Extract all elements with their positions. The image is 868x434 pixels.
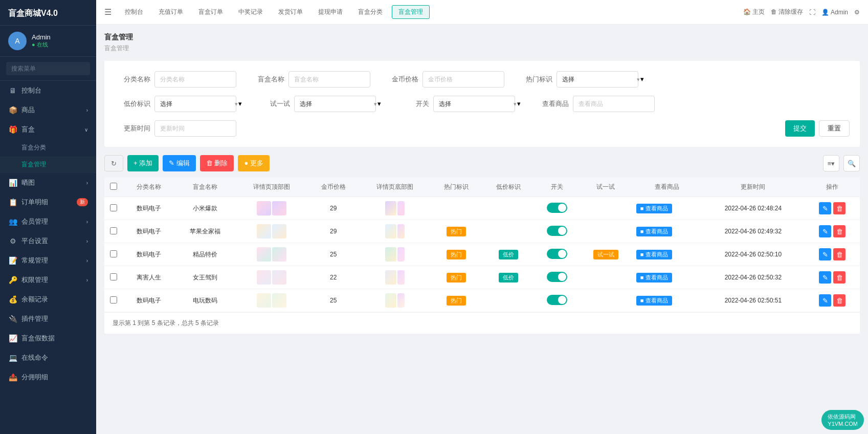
view-goods-button[interactable]: ■ 查看商品 — [636, 296, 672, 306]
arrow-icon: › — [86, 219, 88, 225]
table-row: 数码电子 小米爆款 29 ■ 查看商品 2022-04-26 02:48:24 — [104, 197, 860, 220]
box-name-input[interactable] — [288, 71, 370, 88]
filter-label: 查看商品 — [533, 99, 569, 108]
filter-label: 试一试 — [254, 99, 290, 108]
add-button[interactable]: + 添加 — [127, 155, 159, 171]
refresh-button[interactable]: ↻ — [104, 155, 123, 171]
sidebar-item-dashboard[interactable]: 🖥 控制台 — [0, 81, 96, 100]
row-delete-button[interactable]: 🗑 — [833, 225, 845, 237]
delete-button[interactable]: 🗑 删除 — [200, 155, 234, 171]
sidebar-item-sales[interactable]: 📊 晒图 › — [0, 173, 96, 192]
row-checkbox[interactable] — [110, 204, 117, 211]
sidebar: 盲盒商城V4.0 A Admin ● 在线 🖥 控制台 📦 商品 › 🎁 盲盒 … — [0, 0, 96, 434]
cell-top-img — [236, 243, 307, 266]
arrow-icon: › — [86, 180, 88, 186]
tab-recharge[interactable]: 充值订单 — [152, 6, 189, 18]
clear-cache-button[interactable]: 🗑 清除缓存 — [771, 8, 803, 16]
tab-dashboard[interactable]: 控制台 — [119, 6, 149, 18]
sidebar-item-share[interactable]: 📤 分佣明细 — [0, 367, 96, 387]
row-edit-button[interactable]: ✎ — [819, 225, 831, 237]
switch-toggle[interactable] — [547, 272, 567, 282]
tab-box-manage[interactable]: 盲盒管理 — [392, 5, 430, 19]
row-delete-button[interactable]: 🗑 — [833, 202, 845, 214]
tab-box-category[interactable]: 盲盒分类 — [352, 6, 389, 18]
cell-category: 数码电子 — [123, 197, 174, 220]
switch-toggle[interactable] — [547, 203, 567, 213]
sidebar-item-blind-box-category[interactable]: 盲盒分类 — [0, 139, 96, 156]
sidebar-item-platform[interactable]: ⚙ 平台设置 › — [0, 231, 96, 251]
select-all-checkbox[interactable] — [110, 183, 117, 190]
filter-label: 低价标识 — [115, 99, 150, 108]
search-input[interactable] — [6, 62, 90, 75]
view-goods-button[interactable]: ■ 查看商品 — [636, 204, 672, 213]
row-edit-button[interactable]: ✎ — [819, 294, 831, 307]
row-checkbox[interactable] — [110, 296, 117, 303]
sidebar-item-members[interactable]: 👥 会员管理 › — [0, 212, 96, 231]
sidebar-item-online-cmd[interactable]: 💻 在线命令 — [0, 348, 96, 367]
sidebar-item-blind-box[interactable]: 🎁 盲盒 ∨ — [0, 120, 96, 139]
sidebar-item-label: 商品 — [21, 105, 86, 115]
view-goods-button[interactable]: ■ 查看商品 — [636, 227, 672, 236]
sidebar-item-routine[interactable]: 📝 常规管理 › — [0, 251, 96, 270]
cell-switch — [534, 289, 580, 312]
sidebar-item-permissions[interactable]: 🔑 权限管理 › — [0, 270, 96, 290]
edit-button[interactable]: ✎ 编辑 — [163, 155, 196, 171]
view-goods-button[interactable]: ■ 查看商品 — [636, 250, 672, 259]
low-tag-select[interactable]: 选择 是 否 — [154, 96, 236, 112]
sidebar-item-blind-box-manage[interactable]: 盲盒管理 — [0, 156, 96, 173]
cell-bottom-img — [359, 220, 430, 243]
hot-tag-select[interactable]: 选择 是 否 — [557, 71, 638, 88]
sidebar-item-orders[interactable]: 📋 订单明细 新 — [0, 192, 96, 212]
cell-name: 苹果全家福 — [174, 220, 236, 243]
admin-profile-button[interactable]: 👤 Admin — [821, 9, 848, 16]
gold-price-input[interactable] — [422, 71, 504, 88]
menu-toggle-button[interactable]: ☰ — [104, 7, 112, 17]
sidebar-item-label: 盲盒分类 — [21, 143, 46, 152]
update-time-input[interactable] — [154, 120, 236, 137]
switch-toggle[interactable] — [547, 226, 567, 236]
row-checkbox[interactable] — [110, 250, 117, 257]
tab-withdraw[interactable]: 提现申请 — [312, 6, 349, 18]
more-button[interactable]: ● 更多 — [238, 155, 269, 171]
cell-price: 22 — [307, 266, 359, 289]
filter-label: 金币价格 — [383, 75, 418, 84]
thumb-img — [385, 201, 396, 215]
row-edit-button[interactable]: ✎ — [819, 202, 831, 214]
switch-toggle[interactable] — [547, 295, 567, 305]
row-edit-button[interactable]: ✎ — [819, 248, 831, 261]
filter-card: 分类名称 盲盒名称 金币价格 热门标识 选择 是 — [104, 61, 860, 147]
arrow-icon: › — [86, 277, 88, 283]
orders-icon: 📋 — [8, 198, 17, 206]
row-edit-button[interactable]: ✎ — [819, 271, 831, 284]
thumb-img — [272, 247, 286, 262]
view-goods-button[interactable]: ■ 查看商品 — [636, 273, 672, 283]
row-checkbox[interactable] — [110, 227, 117, 234]
row-checkbox-cell — [104, 289, 123, 312]
select-all-col — [104, 178, 123, 197]
fullscreen-button[interactable]: ⛶ — [809, 9, 815, 16]
tab-win-records[interactable]: 中奖记录 — [232, 6, 269, 18]
table-search-button[interactable]: 🔍 — [843, 155, 860, 171]
column-settings-button[interactable]: ≡▾ — [823, 155, 839, 171]
switch-toggle[interactable] — [547, 249, 567, 259]
tab-ship-orders[interactable]: 发货订单 — [272, 6, 309, 18]
home-button[interactable]: 🏠 主页 — [743, 8, 765, 16]
category-name-input[interactable] — [154, 71, 236, 88]
row-delete-button[interactable]: 🗑 — [833, 271, 845, 284]
row-delete-button[interactable]: 🗑 — [833, 248, 845, 261]
switch-select[interactable]: 选择 开 关 — [433, 96, 515, 112]
try-one-select[interactable]: 选择 是 否 — [294, 96, 376, 112]
tab-box-orders[interactable]: 盲盒订单 — [192, 6, 229, 18]
sidebar-item-blind-data[interactable]: 📈 盲盒假数据 — [0, 329, 96, 348]
view-goods-input[interactable] — [573, 96, 655, 112]
cell-low — [482, 197, 534, 220]
row-checkbox[interactable] — [110, 273, 117, 280]
settings-button[interactable]: ⚙ — [854, 9, 860, 16]
toolbar-right: ≡▾ 🔍 — [823, 155, 860, 171]
row-delete-button[interactable]: 🗑 — [833, 294, 845, 307]
sidebar-item-goods[interactable]: 📦 商品 › — [0, 100, 96, 120]
reset-button[interactable]: 重置 — [819, 120, 850, 137]
submit-button[interactable]: 提交 — [785, 120, 815, 137]
sidebar-item-plugins[interactable]: 🔌 插件管理 — [0, 309, 96, 329]
sidebar-item-balance[interactable]: 💰 余额记录 — [0, 290, 96, 309]
